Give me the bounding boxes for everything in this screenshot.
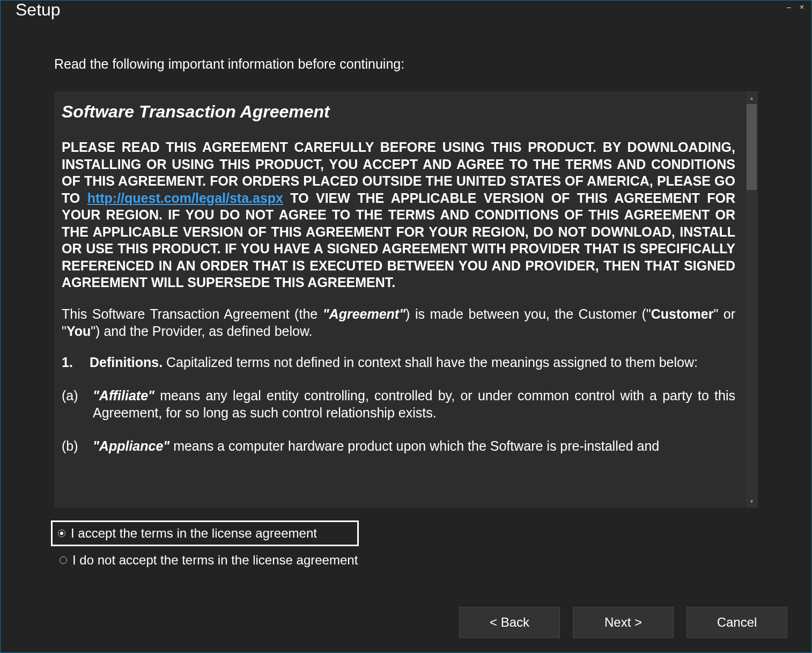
cancel-button[interactable]: Cancel	[686, 607, 787, 638]
license-radiogroup: I accept the terms in the license agreem…	[54, 520, 758, 572]
scroll-up-icon[interactable]: ▲	[745, 91, 758, 104]
radio-decline[interactable]: I do not accept the terms in the license…	[54, 546, 758, 572]
close-icon[interactable]: ×	[798, 3, 806, 11]
minimize-icon[interactable]: –	[785, 3, 793, 11]
scroll-track[interactable]	[745, 104, 758, 495]
license-paragraph-2: This Software Transaction Agreement (the…	[62, 305, 735, 340]
radio-on-icon	[58, 530, 65, 537]
radio-accept[interactable]: I accept the terms in the license agreem…	[51, 520, 359, 546]
scroll-thumb[interactable]	[747, 104, 757, 190]
back-button[interactable]: < Back	[459, 607, 560, 638]
license-title: Software Transaction Agreement	[62, 102, 735, 122]
window-title: Setup	[16, 0, 61, 20]
footer-buttons: < Back Next > Cancel	[459, 607, 787, 638]
titlebar: Setup – ×	[1, 1, 811, 24]
license-definition-b: (b)"Appliance" means a computer hardware…	[62, 437, 735, 454]
radio-off-icon	[60, 556, 67, 564]
license-definition-a: (a)"Affiliate" means any legal entity co…	[62, 387, 735, 421]
next-button[interactable]: Next >	[573, 607, 674, 638]
radio-decline-label: I do not accept the terms in the license…	[72, 553, 358, 568]
page-instruction: Read the following important information…	[54, 56, 758, 72]
license-intro: PLEASE READ THIS AGREEMENT CAREFULLY BEF…	[62, 139, 735, 291]
license-link[interactable]: http://quest.com/legal/sta.aspx	[87, 190, 283, 206]
license-agreement-box: Software Transaction Agreement PLEASE RE…	[54, 91, 758, 508]
radio-accept-label: I accept the terms in the license agreem…	[71, 526, 317, 541]
scroll-down-icon[interactable]: ▼	[745, 495, 758, 508]
license-definitions-heading: 1.Definitions. Capitalized terms not def…	[62, 354, 735, 371]
license-text: Software Transaction Agreement PLEASE RE…	[54, 91, 745, 508]
scrollbar[interactable]: ▲ ▼	[745, 91, 758, 508]
